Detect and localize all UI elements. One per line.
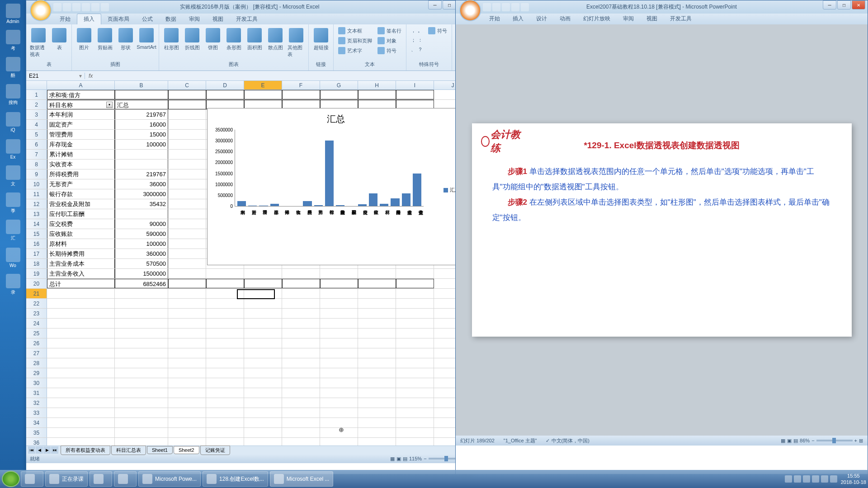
tab-slideshow[interactable]: 幻灯片放映	[577, 14, 617, 24]
col-header[interactable]: C	[168, 81, 206, 89]
qat-btn[interactable]	[521, 3, 529, 11]
sheet-tab-active[interactable]: Sheet2	[174, 446, 199, 454]
cell[interactable]: 累计摊销	[47, 150, 115, 159]
dropdown-icon[interactable]: ▾	[106, 102, 113, 108]
cell[interactable]: 219767	[115, 169, 168, 179]
cell[interactable]: 固定资产	[47, 120, 115, 129]
tray-icon[interactable]	[803, 475, 810, 483]
cell[interactable]: 求和项:借方	[47, 90, 115, 99]
cell[interactable]: 360000	[115, 249, 168, 258]
bar-chart-button[interactable]: 条形图	[224, 26, 243, 53]
row-header[interactable]: 35	[26, 428, 47, 437]
taskbar-item[interactable]	[21, 471, 43, 487]
taskbar-item[interactable]: Microsoft Powe...	[138, 471, 201, 487]
cell[interactable]: 银行存款	[47, 189, 115, 199]
row-header[interactable]: 34	[26, 418, 47, 427]
taskbar-item[interactable]: 128.创建Excel数...	[203, 471, 268, 487]
desktop-icon[interactable]: Admin	[0, 0, 26, 27]
table-button[interactable]: 表	[50, 26, 69, 53]
desktop-icon[interactable]: 搜狗	[0, 81, 26, 108]
name-box[interactable]: E21▾	[26, 73, 85, 79]
tab-animations[interactable]: 动画	[553, 14, 577, 24]
hyperlink-button[interactable]: 超链接	[311, 26, 330, 53]
sheet-tab[interactable]: 科目汇总表	[111, 446, 146, 455]
cell[interactable]: 6852466	[115, 279, 168, 288]
office-button[interactable]	[459, 0, 481, 21]
row-header[interactable]: 30	[26, 378, 47, 388]
row-header[interactable]: 8	[26, 160, 47, 169]
cell[interactable]: 100000	[115, 140, 168, 149]
row-header[interactable]: 22	[26, 299, 47, 308]
cell[interactable]: 590000	[115, 229, 168, 239]
row-header[interactable]: 32	[26, 398, 47, 408]
col-header[interactable]: D	[206, 81, 244, 89]
cell[interactable]: 90000	[115, 219, 168, 229]
col-header[interactable]: H	[358, 81, 396, 89]
tab-nav-next[interactable]: ▶	[43, 446, 51, 454]
desktop-icon[interactable]: 汇	[0, 217, 26, 244]
taskbar-item[interactable]	[90, 471, 112, 487]
close-button[interactable]: ✕	[852, 0, 865, 9]
smartart-button[interactable]: SmartArt	[137, 26, 156, 52]
desktop-icon[interactable]: 录	[0, 271, 26, 298]
select-all-corner[interactable]	[26, 81, 47, 89]
column-chart-button[interactable]: 柱形图	[162, 26, 181, 53]
qat-save[interactable]	[483, 3, 491, 11]
symbol-button[interactable]: 符号	[376, 46, 403, 55]
col-header[interactable]: I	[396, 81, 434, 89]
zoom-level[interactable]: 115%	[409, 456, 422, 461]
cell[interactable]: 无形资产	[47, 179, 115, 189]
wordart-button[interactable]: 艺术字	[336, 46, 374, 55]
cell[interactable]: 100000	[115, 239, 168, 249]
row-header[interactable]: 10	[26, 179, 47, 189]
minimize-button[interactable]: ─	[823, 0, 836, 9]
desktop-icon[interactable]: Wo	[0, 244, 26, 271]
clipart-button[interactable]: 剪贴画	[95, 26, 114, 53]
row-header[interactable]: 24	[26, 319, 47, 328]
cell[interactable]: 原材料	[47, 239, 115, 249]
cell[interactable]: 管理费用	[47, 130, 115, 139]
col-header[interactable]: G	[320, 81, 358, 89]
tray-icon[interactable]	[785, 475, 792, 483]
cell[interactable]: 营业税金及附加	[47, 199, 115, 209]
cell[interactable]: 本年利润	[47, 110, 115, 119]
row-header[interactable]: 26	[26, 338, 47, 348]
pause-button[interactable]: 、 ？	[409, 45, 425, 54]
clock[interactable]: 15:55 2018-10-18	[841, 473, 866, 486]
cell[interactable]: 应付职工薪酬	[47, 209, 115, 219]
maximize-button[interactable]: □	[837, 0, 851, 9]
row-header[interactable]: 23	[26, 309, 47, 318]
qat-save[interactable]	[53, 3, 61, 11]
view-show-icon[interactable]: ▤	[793, 438, 798, 444]
taskbar-item[interactable]: 正在录课	[45, 471, 88, 487]
office-button[interactable]	[30, 0, 52, 21]
taskbar-item[interactable]: Microsoft Excel ...	[270, 471, 334, 487]
scatter-chart-button[interactable]: 散点图	[266, 26, 285, 53]
cell[interactable]: 所得税费用	[47, 169, 115, 179]
cell[interactable]: 实收资本	[47, 160, 115, 169]
qat-btn[interactable]	[511, 3, 519, 11]
cell[interactable]	[115, 90, 168, 99]
tab-insert[interactable]: 插入	[506, 14, 530, 24]
language-indicator[interactable]: ✓ 中文(简体，中国)	[546, 437, 589, 444]
row-header[interactable]: 4	[26, 120, 47, 129]
view-break-icon[interactable]: ▤	[403, 456, 407, 462]
cell[interactable]: 库存现金	[47, 140, 115, 149]
cell[interactable]: 15000	[115, 130, 168, 139]
tray-icon[interactable]	[821, 475, 828, 483]
cell[interactable]: 36000	[115, 179, 168, 189]
tab-review[interactable]: 审阅	[183, 14, 206, 24]
zoom-level[interactable]: 86%	[800, 438, 810, 443]
maximize-button[interactable]: □	[443, 0, 456, 9]
excel-titlebar[interactable]: 实账模板2016单月版（案例） [兼容模式] - Microsoft Excel…	[26, 0, 473, 14]
embedded-chart[interactable]: 汇总 0500000100000015000002000000250000030…	[207, 108, 465, 265]
cell[interactable]: 长期待摊费用	[47, 249, 115, 258]
view-normal-icon[interactable]: ▦	[390, 456, 395, 462]
col-header[interactable]: F	[282, 81, 320, 89]
row-header[interactable]: 17	[26, 249, 47, 258]
fx-icon[interactable]: fx	[85, 73, 96, 79]
pie-chart-button[interactable]: 饼图	[203, 26, 222, 53]
view-normal-icon[interactable]: ▦	[781, 438, 785, 444]
zoom-out-button[interactable]: −	[811, 438, 814, 443]
tab-nav-first[interactable]: ⏮	[28, 446, 35, 454]
